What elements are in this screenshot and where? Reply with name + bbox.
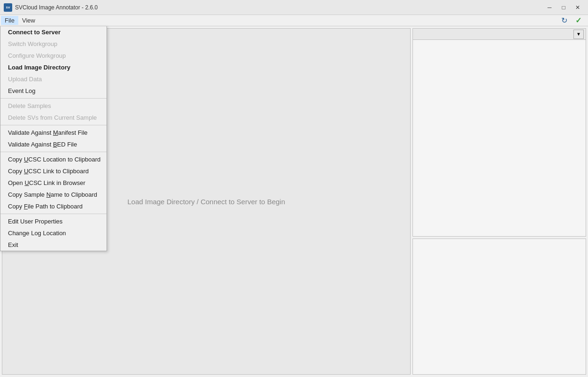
menu-bar-left: File View	[1, 16, 39, 25]
right-panel-dropdown-button[interactable]: ▼	[573, 30, 584, 39]
menu-upload-data: Upload Data	[0, 73, 107, 85]
menu-bar: File View ↻ ✓	[0, 15, 588, 26]
center-message: Load Image Directory / Connect to Server…	[127, 198, 285, 206]
right-top-panel: ▼	[412, 28, 586, 237]
close-button[interactable]: ✕	[571, 2, 584, 13]
divider-3	[0, 152, 107, 152]
menu-edit-user-properties[interactable]: Edit User Properties	[0, 215, 107, 227]
divider-1	[0, 98, 107, 99]
title-bar: sv SVCloud Image Annotator - 2.6.0 ─ □ ✕	[0, 0, 588, 15]
app-icon: sv	[4, 3, 12, 12]
menu-exit[interactable]: Exit	[0, 239, 107, 251]
minimize-button[interactable]: ─	[543, 2, 556, 13]
menu-change-log-location[interactable]: Change Log Location	[0, 227, 107, 239]
title-bar-controls: ─ □ ✕	[543, 2, 584, 13]
file-dropdown-menu: Connect to Server Switch Workgroup Confi…	[0, 26, 107, 251]
menu-copy-file-path[interactable]: Copy File Path to Clipboard	[0, 200, 107, 212]
menu-copy-ucsc-link[interactable]: Copy UCSC Link to Clipboard	[0, 165, 107, 177]
right-bottom-panel	[412, 239, 586, 375]
menu-item-view[interactable]: View	[18, 16, 39, 25]
right-panel: ▼	[412, 28, 586, 375]
app-title: SVCloud Image Annotator - 2.6.0	[15, 4, 98, 11]
right-top-header: ▼	[413, 29, 586, 40]
divider-2	[0, 125, 107, 125]
menu-load-image-directory[interactable]: Load Image Directory	[0, 62, 107, 73]
check-button[interactable]: ✓	[572, 15, 584, 26]
menu-delete-samples: Delete Samples	[0, 100, 107, 112]
menu-switch-workgroup: Switch Workgroup	[0, 38, 107, 50]
maximize-button[interactable]: □	[557, 2, 570, 13]
menu-event-log[interactable]: Event Log	[0, 85, 107, 97]
menu-bar-right: ↻ ✓	[558, 15, 587, 26]
refresh-button[interactable]: ↻	[558, 15, 570, 26]
menu-copy-sample-name[interactable]: Copy Sample Name to Clipboard	[0, 189, 107, 200]
menu-open-ucsc-link[interactable]: Open UCSC Link in Browser	[0, 177, 107, 189]
menu-delete-svs: Delete SVs from Current Sample	[0, 112, 107, 123]
title-bar-left: sv SVCloud Image Annotator - 2.6.0	[4, 3, 98, 12]
menu-validate-bed[interactable]: Validate Against BED File	[0, 138, 107, 150]
menu-item-file[interactable]: File	[1, 16, 18, 25]
menu-copy-ucsc-location[interactable]: Copy UCSC Location to Clipboard	[0, 154, 107, 165]
menu-validate-manifest[interactable]: Validate Against Manifest File	[0, 127, 107, 138]
menu-configure-workgroup: Configure Workgroup	[0, 50, 107, 62]
divider-4	[0, 214, 107, 214]
menu-connect-to-server[interactable]: Connect to Server	[0, 26, 107, 38]
